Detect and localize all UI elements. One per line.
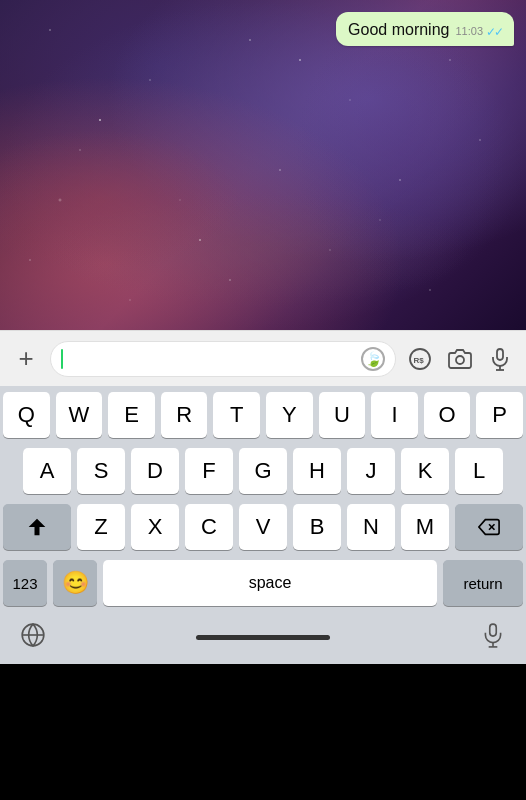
key-q[interactable]: Q xyxy=(3,392,50,438)
message-input[interactable]: 🍃 xyxy=(50,341,396,377)
attach-button[interactable]: + xyxy=(10,343,42,375)
keyboard-mic-icon[interactable] xyxy=(480,622,506,652)
emoji-key[interactable]: 😊 xyxy=(53,560,97,606)
message-meta: 11:03 xyxy=(455,22,502,40)
key-k[interactable]: K xyxy=(401,448,449,494)
payment-icon[interactable]: R$ xyxy=(404,343,436,375)
key-l[interactable]: L xyxy=(455,448,503,494)
svg-rect-10 xyxy=(490,624,497,636)
key-f[interactable]: F xyxy=(185,448,233,494)
return-key[interactable]: return xyxy=(443,560,523,606)
key-s[interactable]: S xyxy=(77,448,125,494)
keyboard-bottom xyxy=(0,610,526,664)
key-t[interactable]: T xyxy=(213,392,260,438)
cursor xyxy=(61,349,63,369)
key-y[interactable]: Y xyxy=(266,392,313,438)
message-bubble: Good morning 11:03 xyxy=(336,12,514,46)
camera-icon[interactable] xyxy=(444,343,476,375)
message-container: Good morning 11:03 xyxy=(336,12,514,46)
input-bar: + 🍃 R$ xyxy=(0,330,526,386)
key-e[interactable]: E xyxy=(108,392,155,438)
backspace-key[interactable] xyxy=(455,504,523,550)
home-indicator xyxy=(196,635,330,640)
svg-rect-3 xyxy=(497,349,503,360)
keyboard-row-4: 123 😊 space return xyxy=(3,560,523,606)
mic-icon[interactable] xyxy=(484,343,516,375)
svg-point-2 xyxy=(456,356,464,364)
key-z[interactable]: Z xyxy=(77,504,125,550)
key-v[interactable]: V xyxy=(239,504,287,550)
globe-icon[interactable] xyxy=(20,622,46,652)
key-o[interactable]: O xyxy=(424,392,471,438)
space-key[interactable]: space xyxy=(103,560,437,606)
chat-background: Good morning 11:03 xyxy=(0,0,526,330)
key-b[interactable]: B xyxy=(293,504,341,550)
keyboard-rows: Q W E R T Y U I O P A S D F G H J K L xyxy=(0,386,526,610)
keyboard-row-2: A S D F G H J K L xyxy=(3,448,523,494)
key-u[interactable]: U xyxy=(319,392,366,438)
keyboard-row-3: Z X C V B N M xyxy=(3,504,523,550)
key-d[interactable]: D xyxy=(131,448,179,494)
svg-text:R$: R$ xyxy=(414,356,425,365)
keyboard-row-1: Q W E R T Y U I O P xyxy=(3,392,523,438)
read-ticks xyxy=(486,22,502,40)
key-r[interactable]: R xyxy=(161,392,208,438)
keyboard: Q W E R T Y U I O P A S D F G H J K L xyxy=(0,386,526,664)
key-x[interactable]: X xyxy=(131,504,179,550)
key-m[interactable]: M xyxy=(401,504,449,550)
key-c[interactable]: C xyxy=(185,504,233,550)
key-w[interactable]: W xyxy=(56,392,103,438)
shift-key[interactable] xyxy=(3,504,71,550)
key-p[interactable]: P xyxy=(476,392,523,438)
numbers-key[interactable]: 123 xyxy=(3,560,47,606)
sticker-icon[interactable]: 🍃 xyxy=(361,347,385,371)
key-j[interactable]: J xyxy=(347,448,395,494)
key-h[interactable]: H xyxy=(293,448,341,494)
message-time: 11:03 xyxy=(455,25,483,37)
key-n[interactable]: N xyxy=(347,504,395,550)
key-a[interactable]: A xyxy=(23,448,71,494)
message-text: Good morning xyxy=(348,21,449,39)
key-g[interactable]: G xyxy=(239,448,287,494)
key-i[interactable]: I xyxy=(371,392,418,438)
